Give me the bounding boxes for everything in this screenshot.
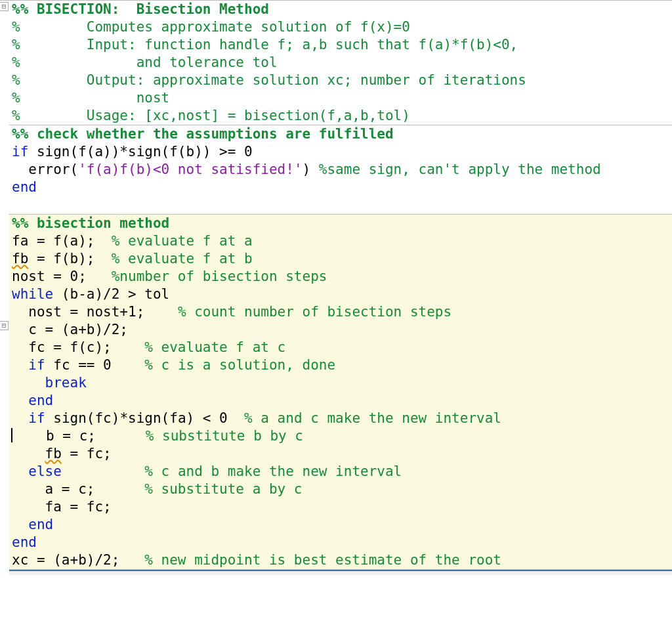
comment: % count number of bisection steps — [178, 304, 452, 320]
code-text: fa = fc; — [12, 499, 112, 515]
comment: % evaluate f at a — [112, 233, 253, 249]
keyword-while: while — [12, 286, 53, 302]
string-literal: 'f(a)f(b)<0 not satisfied!' — [78, 161, 302, 177]
code-text: = fc; — [62, 446, 112, 462]
code-text: sign(f(a))*sign(f(b)) >= 0 — [28, 144, 252, 160]
code-area[interactable]: %% BISECTION: Bisection Method % Compute… — [9, 1, 672, 575]
code-text: a = c; — [12, 481, 144, 497]
code-text — [12, 446, 45, 462]
keyword-end: end — [28, 393, 53, 408]
comment: % evaluate f at c — [144, 339, 285, 355]
code-text: (b-a)/2 > tol — [53, 286, 169, 302]
comment: % substitute a by c — [144, 481, 302, 497]
code-text: = f(b); — [28, 251, 111, 267]
comment: % Usage: [xc,nost] = bisection(f,a,b,tol… — [12, 108, 410, 123]
keyword-if: if — [28, 410, 45, 426]
text-cursor — [12, 428, 46, 444]
code-text — [12, 375, 45, 391]
code-text: xc = (a+b)/2; — [12, 552, 144, 568]
code-text — [12, 357, 28, 373]
code-text: nost = nost+1; — [12, 304, 178, 320]
code-text: b = c; — [46, 428, 146, 444]
keyword-else: else — [28, 463, 62, 479]
keyword-end: end — [28, 517, 53, 532]
comment: % substitute b by c — [146, 428, 303, 444]
keyword-break: break — [45, 375, 87, 391]
keyword-if: if — [12, 144, 28, 160]
code-text: error( — [12, 161, 78, 177]
comment: % evaluate f at b — [112, 251, 253, 267]
fold-toggle-icon[interactable]: ⊟ — [0, 2, 9, 11]
comment: % c and b make the new interval — [144, 463, 402, 479]
comment: % Output: approximate solution xc; numbe… — [12, 72, 526, 88]
code-text — [62, 463, 144, 479]
code-text: sign(fc)*sign(fa) < 0 — [45, 410, 244, 426]
code-text: nost = 0; — [12, 268, 112, 284]
comment: %number of bisection steps — [112, 268, 327, 284]
keyword-end: end — [12, 534, 37, 550]
comment: % new midpoint is best estimate of the r… — [144, 552, 501, 568]
variable-fb-warning: fb — [45, 446, 62, 462]
code-text — [12, 410, 28, 426]
comment: %same sign, can't apply the method — [319, 161, 601, 177]
code-text: fa = f(a); — [12, 233, 112, 249]
code-text — [12, 463, 28, 479]
keyword-if: if — [28, 357, 45, 373]
code-text — [12, 517, 28, 532]
code-text — [12, 393, 28, 408]
section-header: %% bisection method — [12, 215, 169, 231]
comment: % Computes approximate solution of f(x)=… — [12, 19, 410, 35]
comment: % a and c make the new interval — [244, 410, 501, 426]
comment: % nost — [12, 90, 169, 106]
keyword-end: end — [12, 179, 37, 195]
editor-splitter[interactable] — [9, 570, 672, 575]
code-editor[interactable]: ⊟ ⊟ %% BISECTION: Bisection Method % Com… — [0, 0, 672, 1]
code-text: ) — [303, 161, 319, 177]
variable-fb-warning: fb — [12, 251, 28, 267]
section-header: %% BISECTION: Bisection Method — [12, 1, 269, 17]
code-text: fc = f(c); — [12, 339, 144, 355]
comment: % c is a solution, done — [144, 357, 335, 373]
code-text: c = (a+b)/2; — [12, 322, 128, 337]
comment: % and tolerance tol — [12, 54, 278, 70]
section-header: %% check whether the assumptions are ful… — [12, 126, 394, 142]
comment: % Input: function handle f; a,b such tha… — [12, 37, 518, 53]
code-text: fc == 0 — [45, 357, 145, 373]
fold-toggle-icon[interactable]: ⊟ — [0, 321, 9, 330]
